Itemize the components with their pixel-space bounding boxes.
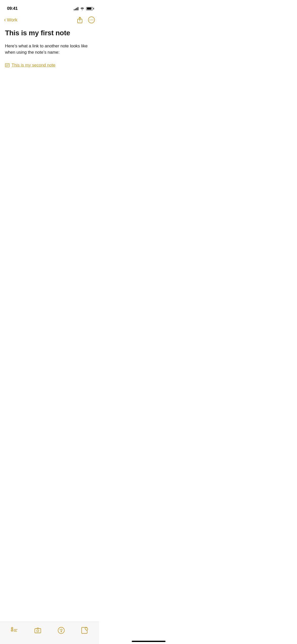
note-body: Here’s what a link to another note looks…: [5, 43, 94, 56]
battery-icon: [86, 7, 93, 10]
note-link-icon: [5, 63, 10, 67]
back-label: Work: [7, 17, 17, 23]
note-title: This is my first note: [5, 29, 94, 37]
signal-bars-icon: [74, 7, 78, 10]
svg-point-2: [90, 20, 90, 20]
battery-fill: [87, 8, 92, 10]
share-button[interactable]: [77, 17, 83, 23]
svg-point-4: [93, 20, 93, 20]
status-icons: [74, 7, 93, 10]
more-button[interactable]: [88, 16, 95, 23]
back-chevron-icon: ‹: [4, 17, 6, 23]
back-button[interactable]: ‹ Work: [4, 17, 17, 23]
nav-actions: [77, 16, 95, 23]
status-bar: 09:41: [0, 0, 99, 14]
nav-bar: ‹ Work: [0, 14, 99, 27]
wifi-icon: [80, 7, 84, 10]
note-link-text: This is my second note: [12, 63, 55, 68]
note-content: This is my first note Here’s what a link…: [0, 27, 99, 73]
note-link[interactable]: This is my second note: [5, 63, 94, 68]
svg-point-3: [91, 20, 92, 20]
status-time: 09:41: [7, 6, 18, 11]
